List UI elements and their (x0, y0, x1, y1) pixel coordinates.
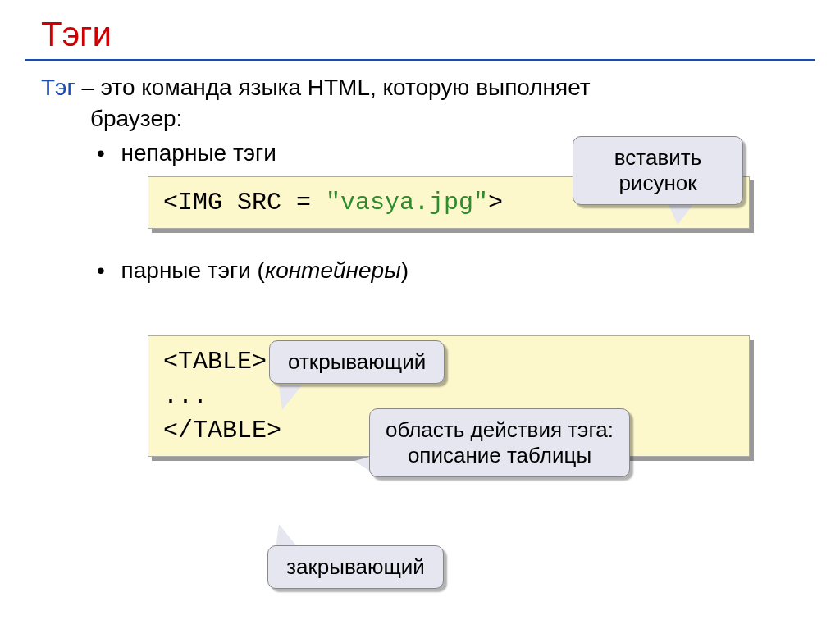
code-part: <IMG SRC = (163, 189, 326, 217)
definition-line2: браузер: (41, 103, 799, 134)
callout-insert-image: вставить рисунок (573, 136, 743, 205)
content-area: Тэг – это команда языка HTML, которую вы… (0, 72, 840, 457)
bullet-paired: парные тэги (контейнеры) (41, 255, 799, 286)
callout-opening-tag: открывающий (269, 340, 445, 384)
definition-part1: – это команда языка HTML, которую выполн… (75, 75, 591, 100)
definition-line: Тэг – это команда языка HTML, которую вы… (41, 72, 799, 103)
callout-tail-icon (279, 385, 302, 410)
term: Тэг (41, 75, 75, 100)
title-underline (25, 59, 815, 61)
callout-tail-icon (668, 203, 694, 225)
code-string: "vasya.jpg" (326, 189, 488, 217)
slide-title: Тэги (0, 0, 840, 59)
code-part: > (488, 189, 503, 217)
callout-closing-tag: закрывающий (267, 545, 444, 589)
code-line: <TABLE> (163, 344, 734, 379)
callout-tag-scope: область действия тэга: описание таблицы (369, 408, 630, 477)
